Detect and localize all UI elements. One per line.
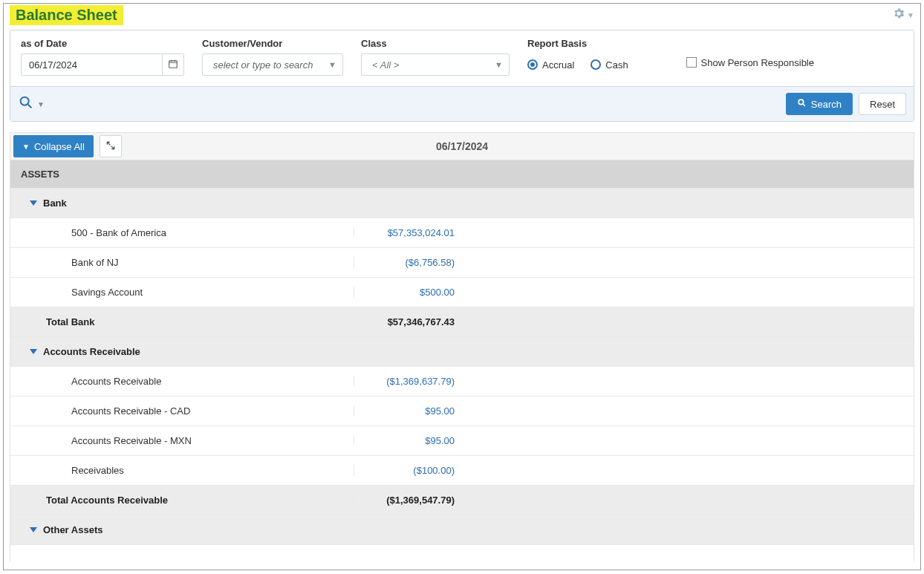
total-row: Total Accounts Receivable($1,369,547.79) — [10, 486, 914, 515]
calendar-icon — [168, 59, 178, 71]
total-label: Total Bank — [46, 316, 95, 327]
settings-gear-dropdown[interactable]: ▼ — [892, 7, 914, 24]
page-title: Balance Sheet — [10, 5, 123, 25]
group-label: Bank — [43, 198, 67, 209]
report-basis-label: Report Basis — [527, 38, 628, 49]
account-label: Bank of NJ — [71, 257, 119, 268]
account-value-link[interactable]: $95.00 — [425, 435, 455, 446]
toolbar-date: 06/17/2024 — [436, 140, 488, 152]
group-row[interactable]: Bank — [10, 189, 914, 218]
account-label: Savings Account — [71, 287, 143, 298]
chevron-down-icon: ▼ — [495, 60, 503, 69]
customer-vendor-label: Customer/Vendor — [202, 38, 343, 49]
total-value: ($1,369,547.79) — [386, 495, 455, 506]
balance-sheet-grid: ASSETSBank500 - Bank of America$57,353,0… — [10, 160, 914, 561]
gear-icon — [892, 7, 905, 24]
total-row: Total Bank$57,346,767.43 — [10, 307, 914, 337]
chevron-down-icon: ▼ — [22, 143, 30, 151]
filters-panel: as of Date Customer/Vendor select or typ… — [10, 30, 914, 122]
assets-header-label: ASSETS — [21, 169, 59, 180]
caret-down-icon[interactable] — [30, 527, 37, 532]
collapse-all-label: Collapse All — [34, 141, 85, 152]
svg-point-2 — [798, 100, 804, 105]
account-row: Accounts Receivable($1,369,637.79) — [10, 367, 914, 397]
total-value: $57,346,767.43 — [388, 316, 455, 327]
account-row: Receivables($100.00) — [10, 456, 914, 486]
show-person-responsible-label: Show Person Responsible — [701, 57, 814, 68]
radio-icon — [590, 59, 601, 70]
chevron-down-icon: ▼ — [37, 100, 45, 108]
fullscreen-button[interactable] — [100, 135, 122, 157]
collapse-all-button[interactable]: ▼ Collapse All — [13, 135, 94, 157]
search-icon — [797, 98, 807, 110]
basis-cash-label: Cash — [605, 59, 628, 71]
caret-down-icon[interactable] — [30, 200, 37, 206]
as-of-date-label: as of Date — [21, 38, 184, 49]
account-row: Savings Account$500.00 — [10, 278, 914, 307]
customer-vendor-select[interactable]: select or type to search ▼ — [202, 53, 343, 76]
account-value-link[interactable]: $57,353,024.01 — [388, 227, 455, 238]
svg-point-1 — [21, 97, 29, 105]
search-button-label: Search — [811, 99, 842, 110]
group-row[interactable]: Accounts Receivable — [10, 337, 914, 367]
basis-cash-radio[interactable]: Cash — [590, 59, 628, 71]
customer-vendor-placeholder: select or type to search — [213, 59, 313, 71]
search-gear-icon — [18, 94, 34, 114]
chevron-down-icon: ▼ — [907, 11, 914, 19]
account-row: Accounts Receivable - MXN$95.00 — [10, 426, 914, 456]
account-label: Receivables — [71, 465, 124, 476]
account-value-link[interactable]: $95.00 — [425, 405, 455, 417]
as-of-date-input[interactable] — [21, 53, 162, 76]
account-row: Accounts Receivable - CAD$95.00 — [10, 397, 914, 426]
saved-search-dropdown[interactable]: ▼ — [18, 94, 45, 114]
grid-toolbar: ▼ Collapse All 06/17/2024 — [10, 132, 914, 160]
search-button[interactable]: Search — [786, 93, 853, 115]
expand-icon — [105, 140, 116, 153]
class-select[interactable]: < All > ▼ — [361, 53, 510, 76]
class-label: Class — [361, 38, 510, 49]
show-person-responsible-checkbox[interactable]: Show Person Responsible — [686, 51, 814, 74]
svg-rect-0 — [169, 60, 178, 67]
group-label: Other Assets — [43, 524, 103, 535]
checkbox-icon — [686, 57, 697, 68]
account-label: Accounts Receivable — [71, 376, 161, 387]
basis-accrual-radio[interactable]: Accrual — [527, 59, 574, 71]
account-label: Accounts Receivable - MXN — [71, 435, 192, 446]
class-value: < All > — [372, 59, 399, 71]
reset-button[interactable]: Reset — [859, 93, 906, 115]
account-label: Accounts Receivable - CAD — [71, 405, 190, 417]
basis-accrual-label: Accrual — [542, 59, 574, 71]
date-picker-button[interactable] — [162, 53, 184, 76]
account-value-link[interactable]: ($100.00) — [413, 465, 455, 476]
total-label: Total Accounts Receivable — [46, 495, 168, 506]
account-value-link[interactable]: $500.00 — [420, 287, 455, 298]
reset-button-label: Reset — [870, 99, 895, 110]
chevron-down-icon: ▼ — [328, 60, 336, 69]
group-row[interactable]: Other Assets — [10, 515, 914, 545]
group-label: Accounts Receivable — [43, 346, 140, 357]
radio-icon — [527, 59, 538, 70]
account-label: 500 - Bank of America — [71, 227, 166, 238]
account-value-link[interactable]: ($6,756.58) — [406, 257, 455, 268]
account-row: Bank of NJ($6,756.58) — [10, 248, 914, 278]
assets-header: ASSETS — [10, 160, 914, 189]
caret-down-icon[interactable] — [30, 349, 37, 354]
account-value-link[interactable]: ($1,369,637.79) — [386, 376, 455, 387]
account-row: 500 - Bank of America$57,353,024.01 — [10, 218, 914, 248]
